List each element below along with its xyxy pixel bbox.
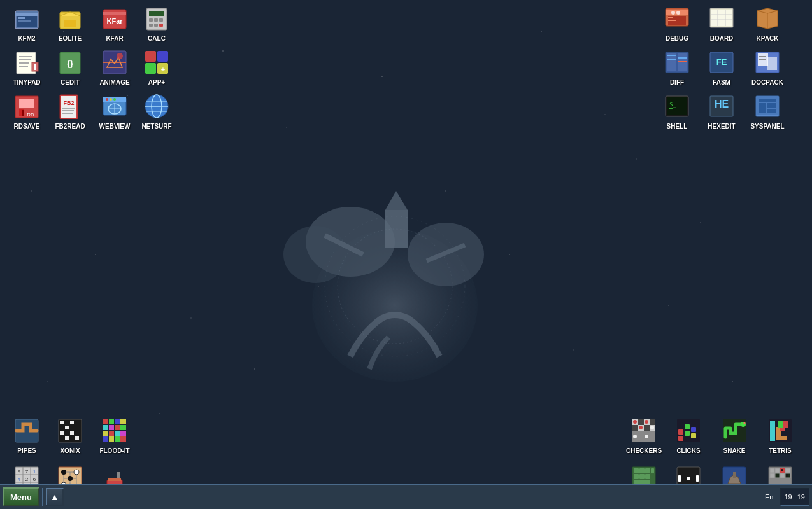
icon-calc[interactable]: CALC bbox=[136, 3, 177, 43]
icon-kpack[interactable]: KPACK bbox=[747, 3, 788, 43]
svg-rect-87 bbox=[678, 57, 687, 59]
svg-rect-41 bbox=[157, 51, 168, 62]
svg-rect-108 bbox=[767, 109, 776, 113]
svg-rect-201 bbox=[639, 468, 645, 473]
svg-rect-128 bbox=[120, 425, 126, 430]
icon-fasm[interactable]: FE FASM bbox=[701, 47, 742, 87]
svg-rect-171 bbox=[650, 419, 655, 425]
fb2read-label: FB2READ bbox=[55, 123, 85, 130]
svg-rect-11 bbox=[15, 13, 38, 16]
svg-point-59 bbox=[110, 98, 112, 101]
svg-rect-114 bbox=[75, 421, 79, 424]
svg-rect-132 bbox=[120, 431, 126, 436]
icon-tinypad[interactable]: TINYPAD bbox=[6, 47, 47, 87]
taskbar-arrow-button[interactable]: ▲ bbox=[46, 488, 64, 506]
icon-hexedit[interactable]: HE HEXEDIT bbox=[701, 91, 742, 130]
icon-pipes[interactable]: PIPES bbox=[6, 415, 47, 455]
svg-rect-221 bbox=[770, 468, 774, 473]
icon-kfm2[interactable]: KFM2 bbox=[6, 3, 47, 43]
icon-kfar[interactable]: KFar KFAR bbox=[94, 3, 135, 43]
kfar-label: KFAR bbox=[106, 35, 123, 43]
menu-button[interactable]: Menu bbox=[3, 487, 39, 506]
debug-icon bbox=[662, 3, 692, 34]
icon-clicks[interactable]: CLICKS bbox=[668, 415, 709, 455]
svg-rect-89 bbox=[678, 61, 687, 62]
icon-xonix[interactable]: XONIX bbox=[50, 415, 90, 455]
flood-it-label: FLOOD-IT bbox=[99, 447, 129, 455]
icon-webview[interactable]: WEBVIEW bbox=[94, 91, 135, 130]
svg-point-158 bbox=[61, 470, 66, 475]
svg-rect-94 bbox=[767, 57, 777, 70]
svg-point-2 bbox=[408, 223, 484, 286]
svg-rect-198 bbox=[778, 421, 783, 428]
syspanel-icon bbox=[752, 91, 783, 122]
svg-point-179 bbox=[650, 426, 654, 429]
clock-time2: 19 bbox=[797, 493, 805, 501]
svg-rect-46 bbox=[19, 99, 34, 108]
eolite-label: EOLITE bbox=[59, 35, 82, 43]
svg-line-6 bbox=[325, 235, 363, 254]
svg-text:HE: HE bbox=[715, 99, 729, 109]
cedit-icon: {} bbox=[55, 47, 85, 78]
icon-snake[interactable]: SNAKE bbox=[714, 415, 755, 455]
svg-text:RD: RD bbox=[27, 112, 34, 118]
icon-board[interactable]: BOARD bbox=[701, 3, 742, 43]
icon-syspanel[interactable]: SYSPANEL bbox=[747, 91, 788, 130]
icon-debug[interactable]: DEBUG bbox=[657, 3, 697, 43]
checkers-label: CHECKERS bbox=[626, 447, 662, 455]
svg-rect-203 bbox=[651, 468, 654, 473]
svg-rect-222 bbox=[775, 468, 780, 473]
icon-rdsave[interactable]: RD RDSAVE bbox=[6, 91, 47, 130]
svg-rect-206 bbox=[645, 474, 650, 479]
netsurf-label: NETSURF bbox=[141, 123, 171, 130]
icon-eolite[interactable]: EOLITE bbox=[50, 3, 90, 43]
pipes-label: PIPES bbox=[17, 447, 36, 455]
icon-checkers[interactable]: CHECKERS bbox=[623, 415, 664, 455]
svg-rect-22 bbox=[149, 18, 153, 22]
eolite-icon bbox=[55, 3, 85, 34]
hexedit-label: HEXEDIT bbox=[708, 123, 735, 130]
svg-rect-204 bbox=[634, 474, 639, 479]
svg-rect-219 bbox=[733, 472, 736, 478]
svg-rect-195 bbox=[776, 436, 787, 440]
svg-text:7: 7 bbox=[25, 469, 29, 475]
svg-rect-26 bbox=[154, 24, 158, 27]
svg-rect-16 bbox=[64, 20, 76, 27]
icon-appplus[interactable]: + APP+ bbox=[136, 47, 177, 87]
svg-rect-135 bbox=[115, 436, 120, 442]
webview-icon bbox=[99, 91, 130, 122]
svg-rect-119 bbox=[65, 436, 69, 440]
icon-flood-it[interactable]: FLOOD-IT bbox=[94, 415, 135, 455]
svg-rect-18 bbox=[103, 12, 126, 15]
kfm2-icon bbox=[11, 3, 42, 34]
svg-point-177 bbox=[645, 420, 648, 424]
icon-animage[interactable]: ANIMAGE bbox=[94, 47, 135, 87]
icon-fb2read[interactable]: FB2 FB2READ bbox=[50, 91, 90, 130]
svg-rect-200 bbox=[634, 468, 639, 473]
icon-shell[interactable]: $_ SHELL bbox=[657, 91, 697, 130]
svg-point-3 bbox=[283, 226, 347, 283]
svg-point-180 bbox=[633, 435, 637, 438]
appplus-label: APP+ bbox=[148, 79, 165, 87]
icon-docpack[interactable]: DOCPACK bbox=[747, 47, 788, 87]
icon-tetris[interactable]: TETRIS bbox=[760, 415, 801, 455]
svg-text:1: 1 bbox=[33, 469, 36, 475]
svg-rect-30 bbox=[19, 59, 31, 60]
svg-rect-84 bbox=[667, 53, 676, 71]
flood-it-icon bbox=[99, 415, 130, 446]
svg-text:6: 6 bbox=[33, 477, 36, 482]
svg-rect-136 bbox=[120, 436, 126, 442]
icon-netsurf[interactable]: NETSURF bbox=[136, 91, 177, 130]
icon-diff[interactable]: DIFF bbox=[657, 47, 697, 87]
svg-rect-111 bbox=[60, 421, 64, 424]
kfm2-label: KFM2 bbox=[18, 35, 35, 43]
docpack-icon bbox=[752, 47, 783, 78]
svg-rect-4 bbox=[385, 210, 408, 248]
svg-rect-23 bbox=[154, 18, 158, 22]
icon-cedit[interactable]: {} CEDIT bbox=[50, 47, 90, 87]
calc-icon bbox=[141, 3, 172, 34]
svg-point-58 bbox=[106, 98, 108, 101]
fb2read-icon: FB2 bbox=[55, 91, 85, 122]
svg-rect-14 bbox=[18, 20, 31, 22]
appplus-icon: + bbox=[141, 47, 172, 78]
